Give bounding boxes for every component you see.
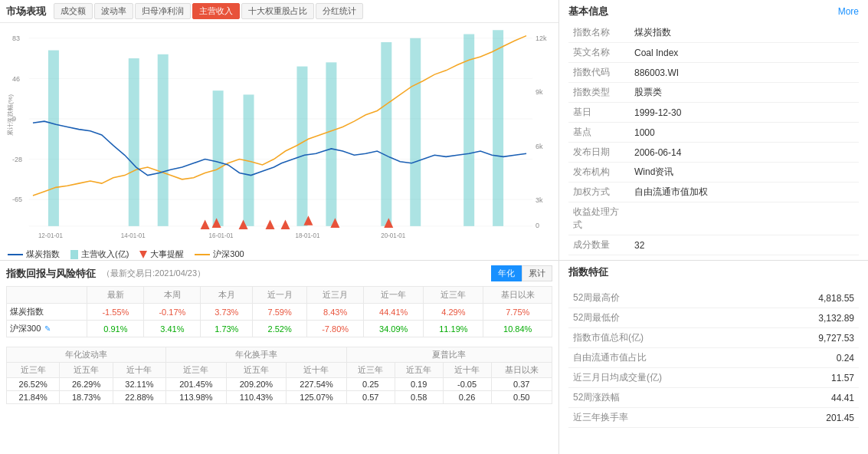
chart-area: 83 46 9 -28 -65 累计涨跌幅(%) 12k 9k 6k 3k 0	[0, 23, 558, 247]
label-count: 成分数量	[568, 235, 630, 255]
svg-rect-22	[48, 51, 59, 226]
vol-coal-3y: 26.52%	[7, 378, 60, 391]
svg-text:12k: 12k	[536, 35, 547, 42]
vol-hs300-5y: 18.73%	[60, 391, 113, 404]
col-header-3m: 近三月	[307, 287, 364, 304]
info-row-count: 成分数量 32	[568, 235, 859, 255]
return-row-hs300: 沪深300 ✎ 0.91% 3.41% 1.73% 2.52% -7.80% 3…	[7, 321, 552, 337]
value-return-method	[630, 202, 859, 235]
info-row-engname: 英文名称 Coal Index	[568, 43, 859, 63]
value-count: 32	[630, 235, 859, 255]
event-triangle-icon	[139, 251, 147, 258]
label-eng-name: 英文名称	[568, 43, 630, 63]
info-row-name: 指数名称 煤炭指数	[568, 23, 859, 43]
char-row-low: 52周最低价 3,132.89	[568, 308, 859, 328]
char-row-mktcap: 指数市值总和(亿) 9,727.53	[568, 328, 859, 348]
turn-hs300-3y: 113.98%	[166, 391, 227, 404]
char-label-avgvol: 近三月日均成交量(亿)	[568, 368, 668, 388]
hs300-3y: 11.19%	[424, 321, 483, 337]
info-row-return-method: 收益处理方式	[568, 202, 859, 235]
char-header: 指数特征	[568, 265, 859, 284]
vol-coal-10y: 32.11%	[113, 378, 165, 391]
sharpe-group-label: 夏普比率	[346, 347, 552, 363]
svg-text:14-01-01: 14-01-01	[121, 232, 146, 239]
toggle-cumulative[interactable]: 累计	[522, 265, 552, 281]
turn-col-10y: 近十年	[287, 363, 347, 378]
char-row-turnover: 近三年换手率 201.45	[568, 408, 859, 428]
svg-marker-33	[201, 219, 210, 229]
coal-week: -0.17%	[144, 304, 201, 321]
col-header-label	[7, 287, 87, 304]
svg-rect-29	[381, 42, 391, 226]
col-header-1y: 近一年	[364, 287, 424, 304]
market-header: 市场表现 成交额 波动率 归母净利润 主营收入 十大权重股占比 分红统计	[0, 0, 558, 23]
coal-1y: 44.41%	[364, 304, 424, 321]
info-row-basedate: 基日 1999-12-30	[568, 103, 859, 123]
legend-event: 大事提醒	[139, 248, 184, 260]
tab-fenhong[interactable]: 分红统计	[316, 3, 363, 19]
tab-zhuyingshouru[interactable]: 主营收入	[192, 3, 240, 19]
col-header-3y: 近三年	[424, 287, 483, 304]
svg-text:83: 83	[12, 35, 20, 42]
vol-group-label: 年化波动率	[7, 347, 166, 363]
value-base-date: 1999-12-30	[630, 103, 859, 123]
svg-text:16-01-01: 16-01-01	[209, 232, 234, 239]
tab-chengjiaoe[interactable]: 成交额	[54, 3, 93, 19]
sharpe-hs300-since: 0.50	[491, 391, 552, 404]
label-publisher: 发布机构	[568, 163, 630, 183]
char-row-52wchange: 52周涨跌幅 44.41	[568, 388, 859, 408]
svg-text:6k: 6k	[536, 143, 543, 150]
char-label-freefloat: 自由流通市值占比	[568, 348, 668, 368]
svg-rect-27	[296, 67, 307, 226]
sharpe-col-3y: 近三年	[346, 363, 395, 378]
toggle-annual[interactable]: 年化	[491, 265, 522, 281]
char-label-52wchange: 52周涨跌幅	[568, 388, 668, 408]
label-base-date: 基日	[568, 103, 630, 123]
toggle-group: 年化 累计	[491, 265, 552, 281]
turn-col-3y: 近三年	[166, 363, 227, 378]
sharpe-hs300-10y: 0.26	[443, 391, 491, 404]
label-weighting: 加权方式	[568, 183, 630, 202]
col-header-since: 基日以来	[483, 287, 552, 304]
legend-coal-index: 煤炭指数	[8, 248, 60, 260]
tab-bodonglu[interactable]: 波动率	[94, 3, 133, 19]
info-row-weighting: 加权方式 自由流通市值加权	[568, 183, 859, 202]
vol-coal-5y: 26.29%	[60, 378, 113, 391]
return-date: （最新交易日:2021/04/23）	[102, 268, 205, 279]
col-header-latest: 最新	[87, 287, 144, 304]
turn-coal-3y: 201.45%	[166, 378, 227, 391]
label-index-name: 指数名称	[568, 23, 630, 43]
char-row-freefloat: 自由流通市值占比 0.24	[568, 348, 859, 368]
char-value-avgvol: 11.57	[668, 368, 859, 388]
value-index-type: 股票类	[630, 83, 859, 103]
svg-marker-37	[280, 219, 290, 229]
revenue-bar-icon	[70, 250, 78, 259]
volatility-col-header: 近三年 近五年 近十年 近三年 近五年 近十年 近三年 近五年 近十年 基日以来	[7, 363, 552, 378]
turn-hs300-10y: 125.07%	[287, 391, 347, 404]
value-index-code: 886003.WI	[630, 63, 859, 83]
svg-rect-32	[493, 30, 503, 226]
chart-legend: 煤炭指数 主营收入(亿) 大事提醒 沪深300	[0, 247, 558, 260]
char-value-freefloat: 0.24	[668, 348, 859, 368]
vol-hs300-10y: 22.88%	[113, 391, 165, 404]
svg-rect-24	[158, 54, 169, 226]
tab-shidarights[interactable]: 十大权重股占比	[241, 3, 314, 19]
hs300-edit-icon[interactable]: ✎	[44, 324, 51, 333]
label-base-point: 基点	[568, 123, 630, 143]
hs300-week: 3.41%	[144, 321, 201, 337]
sharpe-coal-5y: 0.19	[395, 378, 443, 391]
sharpe-coal-3y: 0.25	[346, 378, 395, 391]
market-chart: 83 46 9 -28 -65 累计涨跌幅(%) 12k 9k 6k 3k 0	[6, 26, 552, 244]
char-label-mktcap: 指数市值总和(亿)	[568, 328, 668, 348]
coal-since: 7.75%	[483, 304, 552, 321]
value-index-name: 煤炭指数	[630, 23, 859, 43]
more-link[interactable]: More	[838, 6, 859, 17]
value-base-point: 1000	[630, 123, 859, 143]
tab-guimu[interactable]: 归母净利润	[135, 3, 191, 19]
basic-info-table: 指数名称 煤炭指数 英文名称 Coal Index 指数代码 886003.WI…	[568, 23, 859, 255]
coal-index-line-icon	[8, 254, 23, 255]
legend-event-label: 大事提醒	[150, 248, 184, 260]
return-row-coal: 煤炭指数 -1.55% -0.17% 3.73% 7.59% 8.43% 44.…	[7, 304, 552, 321]
label-return-method: 收益处理方式	[568, 202, 630, 235]
basic-info-header: 基本信息 More	[568, 5, 859, 18]
